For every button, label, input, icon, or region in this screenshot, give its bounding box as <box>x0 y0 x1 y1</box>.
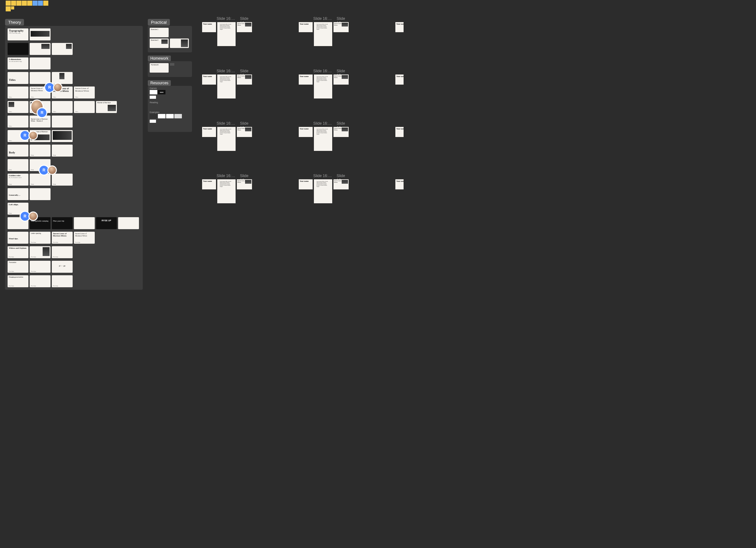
resource-item[interactable] <box>166 114 174 118</box>
frame-title-card[interactable]: Secret Lives of Mormon Wives <box>237 179 252 190</box>
resource-item[interactable] <box>150 114 157 118</box>
frame-your-name[interactable]: Your name <box>395 179 404 190</box>
slide-body[interactable]: Body <box>8 145 28 157</box>
slide[interactable]: Body <box>8 159 28 171</box>
sticky-note[interactable] <box>43 1 48 6</box>
slide-widows[interactable]: Widows and OrphansFinal tips <box>8 246 28 258</box>
slide-moana[interactable]: Secret Lives of Mormon Wives Moana 2 <box>30 116 51 128</box>
frame-body[interactable]: Lorem ipsum dolor sit amet adipiscing el… <box>314 127 332 151</box>
slide[interactable]: Secret Lives of Mormon Wives <box>30 130 51 142</box>
frame-title-card[interactable]: Secret Lives of Mormon Wives <box>237 22 252 32</box>
sticky-note[interactable] <box>11 1 16 6</box>
resource-item[interactable] <box>150 96 156 99</box>
slide-letter-spacing[interactable]: Letter spacing.Final tips <box>30 232 51 244</box>
slide[interactable] <box>30 72 51 84</box>
frame-your-name[interactable]: Your name <box>395 22 404 32</box>
slide[interactable] <box>170 39 189 48</box>
slide-exercise-2[interactable]: Exercise 2 <box>150 39 169 48</box>
resource-item[interactable] <box>150 120 156 123</box>
frame-group[interactable]: Slide 16:… Slide 16:… Your name Lorem ip… <box>299 22 349 46</box>
slide[interactable] <box>30 188 51 200</box>
slide[interactable] <box>52 43 73 55</box>
frame-your-name[interactable]: Your name <box>395 127 404 137</box>
frame-group[interactable]: Slide 16:… Slide 16:… Your name Lorem ip… <box>395 127 404 151</box>
section-label-homework[interactable]: Homework <box>148 56 171 61</box>
frame-group[interactable]: Slide 16:… Slide 16:… Your name Lorem ip… <box>299 179 349 203</box>
slide[interactable]: Titles <box>8 130 28 142</box>
slide[interactable] <box>118 217 139 229</box>
frame-group[interactable]: Slide 16:… Slide 16:… Your name Lorem ip… <box>202 75 252 99</box>
frame-your-name[interactable]: Your name <box>299 127 313 137</box>
sticky-note[interactable] <box>27 1 32 6</box>
slide[interactable] <box>52 116 73 128</box>
resource-item[interactable] <box>158 114 165 118</box>
slide[interactable]: Titles <box>8 116 28 128</box>
slide-generally[interactable]: Generally… <box>8 188 28 200</box>
frame-your-name[interactable]: Your name <box>202 127 216 137</box>
sticky-note[interactable] <box>38 1 43 6</box>
slide[interactable]: Final tips <box>52 246 73 258</box>
frame-your-name[interactable]: Your name <box>202 22 216 32</box>
slide[interactable] <box>8 217 28 229</box>
slide-final-tips[interactable]: Final tips. <box>8 232 28 244</box>
frame-your-name[interactable]: Your name <box>299 75 313 85</box>
frame-group[interactable]: Slide 16:… Slide 16:… Your name Lorem ip… <box>395 22 404 46</box>
slide[interactable]: Titles <box>8 101 28 113</box>
slide-left-align[interactable]: Left align.Body <box>8 203 28 215</box>
slide[interactable]: Final tips <box>30 261 51 273</box>
slide[interactable] <box>30 57 51 69</box>
slide-sl-1[interactable]: Secret Lives of Mormon Wives Titles <box>30 87 51 99</box>
slide[interactable]: Final tips <box>52 275 73 287</box>
frame-title-card[interactable]: Secret Lives of Mormon Wives <box>333 75 349 85</box>
slide[interactable] <box>52 130 73 142</box>
slide-plge[interactable]: pl ↔ ge <box>52 261 73 273</box>
frame-title-card[interactable]: Secret Lives of Mormon Wives <box>333 22 349 32</box>
slide[interactable]: Secret Lives of Mormon WivesFinal tips <box>52 232 73 244</box>
sticky-note[interactable] <box>16 1 21 6</box>
frame-body[interactable]: Lorem ipsum dolor sit amet adipiscing el… <box>217 75 236 99</box>
sticky-note[interactable] <box>11 6 14 9</box>
slide[interactable] <box>8 43 28 55</box>
slide-titles[interactable]: Titles <box>8 72 28 84</box>
slide-hanging[interactable]: Hanging punctuationFinal tips <box>8 275 28 287</box>
sticky-note[interactable] <box>33 1 38 6</box>
frame-your-name[interactable]: Your name <box>299 22 313 32</box>
frame-title-card[interactable]: Secret Lives of Mormon Wives <box>333 127 349 137</box>
frame-group[interactable]: Slide 16:… Slide 16:… Your name Lorem ip… <box>202 179 252 203</box>
slide[interactable]: Body <box>30 159 51 171</box>
slide-truncation[interactable]: TruncationFinal tips <box>8 261 28 273</box>
sticky-note[interactable] <box>6 1 11 6</box>
frame-title-card[interactable]: Secret Lives of Mormon Wives <box>237 75 252 85</box>
slide[interactable]: Titles <box>8 87 28 99</box>
slide[interactable]: Final tips <box>30 246 51 258</box>
slide-5-dimensions[interactable]: 5 dimensions To craft wonderful copy <box>8 57 28 69</box>
section-label-practical[interactable]: Practical <box>148 19 170 26</box>
frame-group[interactable]: Slide 16:… Slide 16:… Your name Lorem ip… <box>202 22 252 46</box>
frame-group[interactable]: Slide 16:… Slide 16:… Your name Lorem ip… <box>299 127 349 151</box>
resource-item[interactable] <box>150 90 157 94</box>
frame-group[interactable]: Slide 16:… Slide 16:… Your name Lorem ip… <box>395 179 404 203</box>
slide-women[interactable]: Women of the hour <box>96 101 117 113</box>
slide[interactable] <box>52 72 73 84</box>
frame-body[interactable]: Lorem ipsum dolor sit amet adipiscing el… <box>217 22 236 46</box>
slide-ryse[interactable]: RYSE UP <box>96 217 117 229</box>
frame-group[interactable]: Slide 16:… Slide 16:… Your name Lorem ip… <box>299 75 349 99</box>
frame-body[interactable]: Lorem ipsum dolor sit amet adipiscing el… <box>314 22 332 46</box>
resource-item-wave[interactable]: WAVE <box>158 90 165 94</box>
slide-plan-trip[interactable]: Plan your trip <box>52 217 73 229</box>
section-theory[interactable]: Theory Typography Titles and body copy 5… <box>5 26 143 290</box>
slide[interactable]: Body <box>52 145 73 157</box>
slide-sl-2[interactable]: Secret Lives of Mormon Wives Titles <box>52 87 73 99</box>
frame-body[interactable]: Lorem ipsum dolor sit amet adipiscing el… <box>314 179 332 203</box>
section-resources[interactable]: Resources Games WAVE Reading Examples <box>148 86 192 132</box>
slide[interactable]: Secret Lives of Mormon WivesFinal tips <box>74 232 95 244</box>
sticky-note[interactable] <box>22 1 27 6</box>
slide[interactable] <box>30 43 51 55</box>
resource-item[interactable] <box>174 114 182 118</box>
section-label-theory[interactable]: Theory <box>5 19 24 26</box>
slide-typography[interactable]: Typography Titles and body copy <box>8 28 28 40</box>
frame-body[interactable]: Lorem ipsum dolor sit amet adipiscing el… <box>217 179 236 203</box>
chip[interactable] <box>170 63 174 66</box>
slide-golden[interactable]: Golden rule: 45–75 character count Body <box>8 174 28 186</box>
slide[interactable] <box>30 28 51 40</box>
